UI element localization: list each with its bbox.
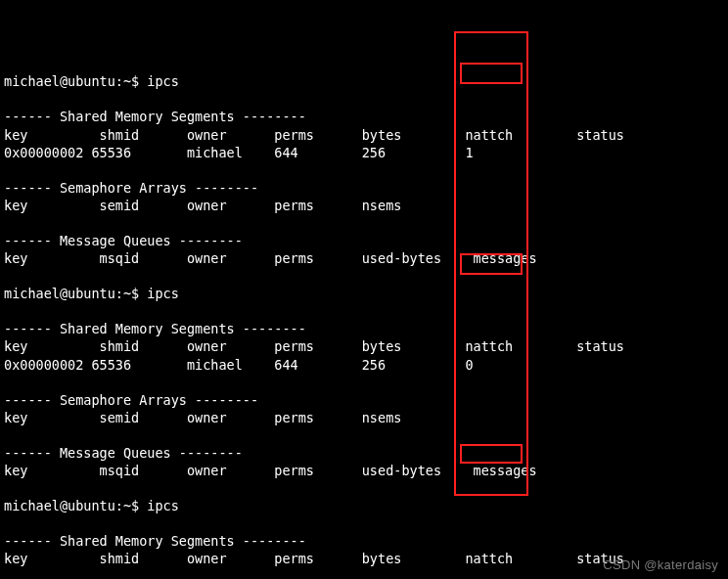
watermark: CSDN @katerdaisy: [603, 557, 718, 573]
terminal-output: michael@ubuntu:~$ ipcs ------ Shared Mem…: [4, 72, 724, 579]
